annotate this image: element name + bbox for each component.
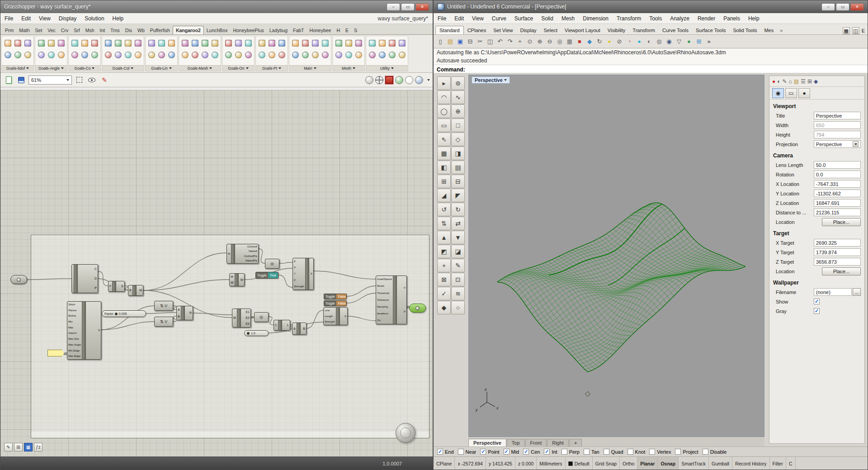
tab-set[interactable]: Set (33, 26, 45, 34)
component-icon[interactable] (90, 49, 99, 61)
canvas-widget-0[interactable]: ✎ (4, 443, 13, 451)
osnap-checkbox[interactable] (675, 449, 681, 455)
toolbar-tab-visibility[interactable]: Visibility (604, 26, 629, 34)
dropdown-arrow-icon[interactable] (853, 141, 859, 147)
place-button[interactable]: Place... (822, 218, 861, 226)
slider-knob[interactable] (247, 332, 250, 335)
panel-tab-icon-0[interactable]: ● (772, 78, 775, 85)
zoom-window-button[interactable] (74, 75, 85, 85)
comp-cl[interactable]: CL (274, 320, 290, 331)
component-icon[interactable] (300, 49, 310, 61)
component-icon[interactable] (397, 37, 407, 49)
component-icon[interactable] (190, 37, 200, 49)
osnap-checkbox[interactable]: ✓ (437, 449, 443, 455)
component-icon[interactable] (133, 37, 143, 49)
component-icon[interactable] (320, 49, 330, 61)
toggle-true[interactable]: ToggleTrue (255, 272, 278, 279)
toolbar-icon-16[interactable]: ↻ (594, 36, 604, 47)
toolbar-tab-solid-tools[interactable]: Solid Tools (729, 26, 760, 34)
component-icon[interactable] (156, 49, 166, 61)
component-icon[interactable] (13, 49, 23, 61)
osnap-point[interactable]: ✓Point (480, 449, 499, 455)
osnap-quad[interactable]: Quad (604, 449, 623, 455)
param-start[interactable] (10, 275, 27, 284)
palette-tool-1-1[interactable]: ∿ (451, 90, 465, 104)
menu-item-view[interactable]: View (468, 14, 488, 23)
toolbar-icon-11[interactable]: ⊖ (545, 36, 555, 47)
tab-s[interactable]: S (351, 26, 360, 34)
toolbar-icon-20[interactable]: ● (634, 36, 644, 47)
toolbar-icon-1[interactable]: ▤ (445, 36, 455, 47)
toolbar-tab-mes[interactable]: Mes (760, 26, 777, 34)
panel-tab-icon-3[interactable]: ⌂ (789, 78, 792, 85)
palette-tool-3-0[interactable]: ▭ (437, 119, 451, 132)
osnap-cen[interactable]: ✓Cen (523, 449, 540, 455)
palette-tool-2-1[interactable]: ⊕ (451, 104, 465, 118)
menu-item-analyze[interactable]: Analyze (666, 14, 693, 23)
tab-math[interactable]: Math (16, 26, 32, 34)
osnap-near[interactable]: Near (458, 449, 476, 455)
toolbar-icon-15[interactable]: ◆ (585, 36, 594, 47)
component-icon[interactable] (13, 37, 23, 49)
place-button[interactable]: Place... (822, 267, 861, 275)
canvas-widget-2[interactable]: ▦ (24, 443, 33, 451)
component-icon[interactable] (56, 49, 66, 61)
component-icon[interactable] (80, 37, 90, 49)
menu-item-mesh[interactable]: Mesh (557, 14, 579, 23)
tab-prm[interactable]: Prm (2, 26, 16, 34)
status-c[interactable]: C (786, 457, 796, 470)
slider-factor[interactable]: Factor0.005 (102, 310, 146, 317)
tab-honeybeeplus[interactable]: HoneybeePlus (230, 26, 266, 34)
component-icon[interactable] (200, 49, 210, 61)
toolbar-icon-21[interactable]: ◐ (644, 36, 654, 47)
component-icon[interactable] (123, 37, 133, 49)
component-icon[interactable] (113, 37, 123, 49)
viewport-tab-add[interactable]: + (569, 439, 582, 446)
component-icon[interactable] (310, 49, 320, 61)
component-icon[interactable] (277, 37, 287, 49)
status-filter[interactable]: Filter (770, 457, 786, 470)
ribbon-group-label[interactable]: Goals-Angle (35, 65, 67, 71)
component-icon[interactable] (320, 37, 330, 49)
palette-tool-12-1[interactable]: ◪ (451, 245, 465, 258)
toolbar-tab-standard[interactable]: Standard (435, 26, 464, 34)
component-icon[interactable] (354, 37, 363, 49)
component-icon[interactable] (367, 49, 377, 61)
toolbar-icon-12[interactable]: ◎ (555, 36, 565, 47)
corner-icon-0[interactable]: ▦ (843, 27, 850, 34)
component-icon[interactable] (3, 37, 13, 49)
status-smarttrack[interactable]: SmartTrack (679, 457, 709, 470)
toolbar-icon-24[interactable]: ▽ (674, 36, 684, 47)
panel-mode-button-1[interactable]: ▭ (785, 88, 797, 98)
component-icon[interactable] (243, 37, 253, 49)
toolbar-icon-27[interactable]: » (704, 36, 714, 47)
palette-tool-5-1[interactable]: ◨ (451, 147, 465, 160)
display-mode-sphere-icon[interactable] (405, 76, 413, 84)
menu-item-file[interactable]: File (0, 14, 17, 23)
toggle-value[interactable]: False (336, 301, 347, 306)
slider-strength[interactable]: 1.0 (244, 330, 269, 336)
component-icon[interactable] (233, 37, 243, 49)
viewport-title-tab[interactable]: Perspective (472, 76, 510, 84)
component-icon[interactable] (223, 37, 233, 49)
corner-icon-1[interactable]: ◫ (852, 27, 859, 34)
comp-edges[interactable]: ME1E2E3 (232, 309, 251, 328)
toolbar-tab-select[interactable]: Select (540, 26, 561, 34)
palette-tool-13-1[interactable]: ✎ (451, 259, 465, 272)
panel-tab-icon-1[interactable]: ◐ (777, 78, 780, 85)
panel-tab-icon-4[interactable]: ▤ (794, 78, 799, 85)
toolbar-icon-4[interactable]: ✂ (475, 36, 485, 47)
component-icon[interactable] (133, 49, 143, 61)
panel-mode-button-0[interactable]: ◉ (772, 88, 784, 98)
viewport-tab-top[interactable]: Top (507, 439, 525, 446)
panel-mode-button-2[interactable]: ● (798, 88, 810, 98)
comp-mw[interactable]: MWW (229, 273, 245, 286)
canvas-widget-3[interactable]: ƒz (34, 443, 42, 451)
grasshopper-titlebar[interactable]: Grasshopper - wavy surface_query* – ▭ ✕ (0, 0, 433, 13)
panel-tab-icon-2[interactable]: ✎ (783, 78, 787, 85)
menu-item-display[interactable]: Display (55, 14, 80, 23)
toolbar-icon-2[interactable]: ▣ (455, 36, 465, 47)
comp-anchor[interactable]: PXYZStrengthA (292, 258, 314, 290)
ribbon-group-label[interactable]: Goals-Mesh (179, 65, 221, 71)
toolbar-icon-22[interactable]: ◍ (654, 36, 664, 47)
